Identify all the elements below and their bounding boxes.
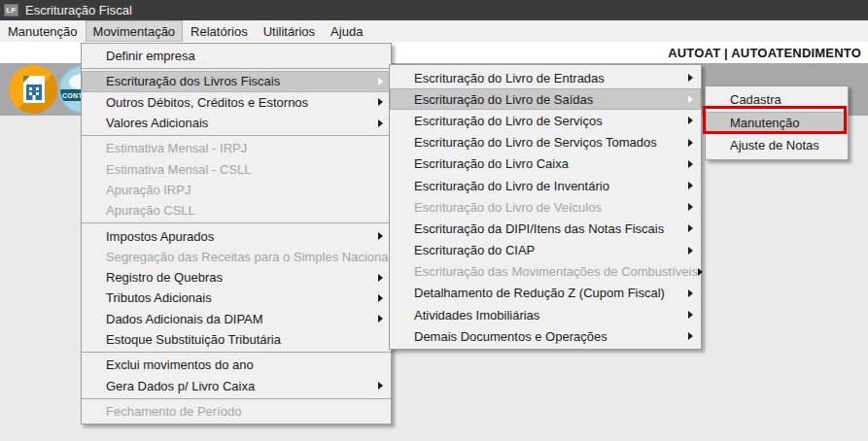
menu-item-label: Demais Documentos e Operações (390, 329, 608, 344)
menu-item-label: Escrituração do CIAP (390, 243, 535, 257)
submenu-arrow-icon (688, 160, 693, 168)
menu-item-label: Tributos Adicionais (82, 290, 212, 305)
menu-item-escrituracao-dos-livros-fiscais[interactable]: Escrituração dos Livros Fiscais (82, 71, 391, 91)
menu-item-label: Exclui movimentos do ano (82, 357, 254, 372)
menu-item-escrituracao-do-ciap[interactable]: Escrituração do CIAP (390, 240, 701, 261)
menu-item-escrituracao-do-livro-caixa[interactable]: Escrituração do Livro Caixa (390, 153, 701, 175)
menu-item-label: Apuração IRPJ (82, 183, 191, 197)
menu-item-label: Detalhamento de Redução Z (Cupom Fiscal) (390, 286, 665, 300)
menu-item-label: Apuração CSLL (82, 203, 195, 218)
submenu-arrow-icon (688, 311, 693, 319)
menu-item-escrituracao-do-livro-de-servicos[interactable]: Escrituração do Livro de Serviços (390, 110, 701, 131)
menu-item-escrituracao-do-livro-de-saidas[interactable]: Escrituração do Livro de Saídas (390, 88, 701, 110)
submenu-arrow-icon (688, 139, 693, 147)
menu-item-label: Impostos Apurados (82, 229, 214, 244)
menubar-item-relatorios[interactable]: Relatórios (183, 20, 256, 42)
submenu-arrow-icon (378, 98, 383, 106)
menu-item-impostos-apurados[interactable]: Impostos Apurados (82, 225, 391, 246)
menu-item-label: Escrituração da DIPI/Itens das Notas Fis… (390, 221, 664, 236)
submenu-arrow-icon (688, 289, 693, 297)
menu-item-manutencao[interactable]: Manutenção (706, 112, 848, 135)
submenu-arrow-icon (378, 232, 383, 240)
menu-item-label: Registro de Quebras (82, 270, 223, 285)
submenu-arrow-icon (378, 315, 383, 322)
menu-item-label: Escrituração dos Livros Fiscais (82, 74, 280, 88)
menu-item-detalhamento-de-reducao-z-cupom-fiscal[interactable]: Detalhamento de Redução Z (Cupom Fiscal) (390, 283, 701, 304)
menu-item-label: Definir empresa (82, 49, 195, 63)
menu-item-label: Estoque Substituição Tributária (82, 332, 281, 347)
menubar-item-movimentacao[interactable]: Movimentação (86, 20, 184, 42)
menu-item-fechamento-de-periodo[interactable]: Fechamento de Período (82, 401, 391, 422)
menu-item-label: Escrituração do Livro de Saídas (390, 92, 593, 107)
submenu-arrow-icon (378, 78, 383, 85)
menu-separator (82, 352, 391, 353)
menu-item-cadastra[interactable]: Cadastra (706, 88, 848, 112)
menu-item-escrituracao-do-livro-de-veiculos[interactable]: Escrituração do Livro de Veículos (390, 196, 701, 218)
menu-item-escrituracao-das-movimentacoes-de-combustiveis[interactable]: Escrituração das Movimentações de Combus… (390, 261, 701, 283)
submenu-arrow-icon (378, 382, 383, 390)
menu-item-registro-de-quebras[interactable]: Registro de Quebras (82, 267, 391, 288)
menu-item-label: Escrituração do Livro de Inventário (390, 179, 609, 193)
menu-livro-de-saidas: CadastraManutençãoAjuste de Notas (705, 85, 849, 160)
submenu-arrow-icon (688, 74, 693, 82)
menu-item-dados-adicionais-da-dipam[interactable]: Dados Adicionais da DIPAM (82, 309, 391, 329)
menu-escrituracao-livros-fiscais: Escrituração do Livro de EntradasEscritu… (389, 64, 702, 350)
menu-item-ajuste-de-notas[interactable]: Ajuste de Notas (706, 134, 848, 157)
menu-item-label: Estimativa Mensal - CSLL (82, 162, 252, 177)
submenu-arrow-icon (688, 203, 693, 211)
menu-item-label: Outros Débitos, Créditos e Estornos (82, 95, 308, 110)
menu-item-label: Dados Adicionais da DIPAM (82, 312, 263, 326)
menu-separator (82, 222, 391, 223)
menu-item-label: Valores Adicionais (82, 116, 208, 130)
application-window: LF Escrituração Fiscal ManutençãoMovimen… (0, 0, 868, 441)
menu-item-escrituracao-do-livro-de-inventario[interactable]: Escrituração do Livro de Inventário (390, 175, 701, 196)
menu-item-atividades-imobiliarias[interactable]: Atividades Imobiliárias (390, 304, 701, 325)
menu-separator (82, 68, 391, 69)
submenu-arrow-icon (698, 268, 703, 276)
company-context-label: AUTOAT | AUTOATENDIMENTO (668, 46, 861, 60)
submenu-arrow-icon (378, 294, 383, 302)
menu-item-valores-adicionais[interactable]: Valores Adicionais (82, 113, 391, 133)
menu-item-tributos-adicionais[interactable]: Tributos Adicionais (82, 288, 391, 308)
menu-item-segregacao-das-receitas-para-o-simples-nacional[interactable]: Segregação das Receitas para o Simples N… (82, 247, 391, 267)
submenu-arrow-icon (378, 274, 383, 282)
submenu-arrow-icon (688, 224, 693, 232)
submenu-arrow-icon (688, 182, 693, 189)
menu-item-escrituracao-do-livro-de-servicos-tomados[interactable]: Escrituração do Livro de Serviços Tomado… (390, 132, 701, 153)
menu-item-apuracao-csll[interactable]: Apuração CSLL (82, 200, 391, 220)
menubar-item-utilitarios[interactable]: Utilitários (256, 20, 323, 42)
menu-item-demais-documentos-e-operacoes[interactable]: Demais Documentos e Operações (390, 325, 701, 347)
menu-item-gera-dados-p-livro-caixa[interactable]: Gera Dados p/ Livro Caixa (82, 375, 391, 395)
app-icon: LF (4, 4, 18, 17)
menu-item-estimativa-mensal-csll[interactable]: Estimativa Mensal - CSLL (82, 158, 391, 179)
menu-item-escrituracao-do-livro-de-entradas[interactable]: Escrituração do Livro de Entradas (390, 67, 701, 88)
menu-item-escrituracao-da-dipi-itens-das-notas-fiscais[interactable]: Escrituração da DIPI/Itens das Notas Fis… (390, 218, 701, 239)
menu-item-label: Cadastra (706, 92, 781, 107)
menu-item-label: Escrituração das Movimentações de Combus… (390, 264, 698, 279)
menu-item-exclui-movimentos-do-ano[interactable]: Exclui movimentos do ano (82, 355, 391, 375)
menu-item-estimativa-mensal-irpj[interactable]: Estimativa Mensal - IRPJ (82, 138, 391, 158)
menu-item-label: Ajuste de Notas (706, 138, 819, 153)
menu-item-label: Escrituração do Livro de Entradas (390, 71, 605, 85)
menu-item-label: Fechamento de Período (82, 404, 241, 419)
menubar-item-manutencao[interactable]: Manutenção (0, 20, 86, 42)
submenu-arrow-icon (378, 119, 383, 127)
menu-separator (82, 135, 391, 136)
menu-movimentacao: Definir empresaEscrituração dos Livros F… (81, 43, 392, 424)
menu-item-estoque-substituicao-tributaria[interactable]: Estoque Substituição Tributária (82, 329, 391, 350)
menu-item-definir-empresa[interactable]: Definir empresa (82, 46, 391, 66)
menu-item-outros-debitos-creditos-e-estornos[interactable]: Outros Débitos, Créditos e Estornos (82, 92, 391, 113)
menu-item-label: Segregação das Receitas para o Simples N… (82, 250, 391, 264)
menu-item-label: Atividades Imobiliárias (390, 308, 539, 322)
menubar-item-ajuda[interactable]: Ajuda (323, 20, 370, 42)
submenu-arrow-icon (688, 117, 693, 124)
submenu-arrow-icon (688, 332, 693, 340)
company-building-icon[interactable] (9, 65, 57, 114)
title-bar: LF Escrituração Fiscal (0, 0, 868, 20)
submenu-arrow-icon (688, 95, 693, 103)
menu-item-label: Estimativa Mensal - IRPJ (82, 141, 247, 155)
menu-item-label: Escrituração do Livro de Veículos (390, 200, 602, 215)
menu-item-apuracao-irpj[interactable]: Apuração IRPJ (82, 180, 391, 200)
window-title: Escrituração Fiscal (25, 3, 132, 17)
menu-separator (82, 398, 391, 399)
